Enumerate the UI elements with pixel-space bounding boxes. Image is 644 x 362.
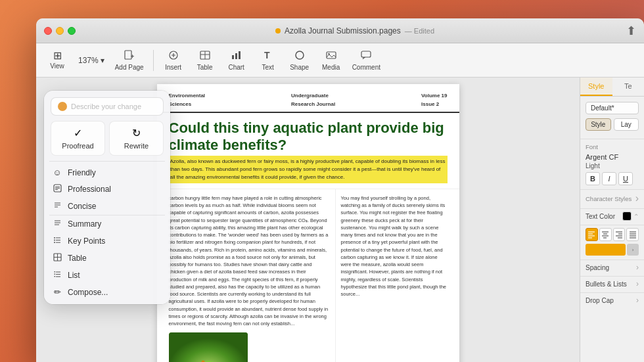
- professional-label: Professional: [68, 185, 111, 194]
- toolbar-insert[interactable]: Insert: [159, 46, 188, 75]
- ai-menu-professional[interactable]: Professional: [44, 181, 170, 198]
- toolbar-text[interactable]: T Text: [254, 46, 283, 75]
- ai-input-field[interactable]: Describe your change: [51, 97, 164, 116]
- keypoints-label: Key Points: [68, 237, 105, 246]
- chart-icon: [231, 50, 242, 62]
- ai-menu-compose[interactable]: ✏ Compose...: [44, 284, 170, 300]
- doc-header: Environmental Sciences Undergraduate Res…: [157, 84, 459, 113]
- align-justify-button[interactable]: [626, 228, 639, 241]
- toolbar-shape[interactable]: Shape: [285, 46, 314, 75]
- shape-label: Shape: [290, 64, 309, 71]
- ai-menu-friendly[interactable]: ☺ Friendly: [44, 164, 170, 181]
- align-right-button[interactable]: [613, 228, 626, 241]
- share-icon[interactable]: ⬆: [626, 24, 636, 38]
- main-area: Environmental Sciences Undergraduate Res…: [36, 78, 644, 362]
- media-label: Media: [322, 64, 340, 71]
- doc-columns: carbon hungry little fern may have playe…: [157, 189, 459, 362]
- professional-icon: [52, 184, 62, 194]
- rewrite-button[interactable]: ↻ Rewrite: [109, 121, 164, 156]
- rp-tc-swatch: ⌃: [622, 212, 639, 221]
- rp-dropcap-header[interactable]: Drop Cap ›: [586, 296, 639, 305]
- svg-rect-9: [235, 53, 237, 59]
- doc-highlighted-para[interactable]: Azolla, also known as duckweed fern or f…: [169, 156, 448, 183]
- italic-button[interactable]: I: [602, 172, 616, 185]
- left-col-text: carbon hungry little fern may have playe…: [169, 194, 330, 328]
- friendly-icon: ☺: [52, 168, 62, 177]
- toolbar-table[interactable]: Table: [191, 46, 219, 75]
- doc-header-vol: Volume 19: [421, 92, 447, 99]
- maximize-button[interactable]: [68, 27, 76, 35]
- svg-rect-10: [239, 51, 241, 59]
- rp-text-color[interactable]: Text Color ⌃: [580, 212, 644, 225]
- text-label: Text: [262, 64, 273, 71]
- friendly-label: Friendly: [68, 168, 96, 177]
- rp-font-section: Font Argent CF Light B I U: [580, 143, 644, 190]
- ai-menu-table[interactable]: Table: [44, 250, 170, 267]
- rp-text-color-label: Text Color: [586, 213, 615, 220]
- rp-bullets-label: Bullets & Lists: [586, 281, 627, 288]
- proofread-button[interactable]: ✓ Proofread: [51, 121, 105, 156]
- doc-header-journal: Research Journal: [291, 101, 335, 108]
- rp-dropcap-section[interactable]: Drop Cap ›: [580, 296, 644, 309]
- comment-icon: [360, 50, 372, 62]
- table-ai-icon: [52, 253, 62, 263]
- shape-icon: [294, 50, 306, 62]
- underline-button[interactable]: U: [618, 172, 633, 185]
- toolbar-zoom[interactable]: 137% ▾: [74, 53, 108, 68]
- title-bar: Azolla Journal Submission.pages — Edited…: [36, 18, 644, 43]
- rp-default-style[interactable]: Default*: [586, 102, 639, 114]
- rp-font-name[interactable]: Argent CF: [586, 153, 639, 161]
- color-bar-orange[interactable]: [586, 244, 626, 256]
- svg-rect-15: [361, 51, 371, 57]
- bullets-chevron: ›: [636, 279, 639, 288]
- rp-spacing-label: Spacing: [586, 264, 609, 271]
- insert-icon: [168, 50, 179, 62]
- document-area[interactable]: Environmental Sciences Undergraduate Res…: [36, 78, 580, 362]
- tab-style[interactable]: Style: [580, 78, 612, 96]
- ai-input-icon: [58, 102, 67, 111]
- toolbar-chart[interactable]: Chart: [222, 46, 251, 75]
- rp-font-weight[interactable]: Light: [586, 162, 639, 170]
- rp-style-btn[interactable]: Style: [586, 118, 611, 131]
- rp-char-styles[interactable]: Character Styles ›: [580, 192, 644, 209]
- doc-header-env: Environmental: [169, 92, 206, 99]
- list-label: List: [68, 271, 80, 280]
- compose-icon: ✏: [52, 287, 62, 297]
- rp-bullets-header[interactable]: Bullets & Lists ›: [586, 279, 639, 288]
- list-icon: [52, 270, 62, 281]
- minimize-button[interactable]: [56, 27, 64, 35]
- align-center-button[interactable]: [599, 228, 612, 241]
- ai-menu-summary[interactable]: Summary: [44, 215, 170, 233]
- doc-header-col3: Volume 19 Issue 2: [421, 92, 447, 108]
- rp-spacing-section[interactable]: Spacing ›: [580, 263, 644, 277]
- toolbar: ⊞ View 137% ▾ + Add Page Insert Table: [36, 43, 644, 78]
- ai-menu-keypoints[interactable]: Key Points: [44, 233, 170, 250]
- close-button[interactable]: [44, 27, 52, 35]
- proofread-icon: ✓: [74, 127, 82, 139]
- rp-spacing-header[interactable]: Spacing ›: [586, 263, 639, 272]
- summary-label: Summary: [68, 219, 101, 229]
- right-col-text: You may find yourself strolling by a pon…: [341, 194, 448, 298]
- insert-label: Insert: [165, 64, 181, 71]
- ai-menu-concise[interactable]: Concise: [44, 198, 170, 215]
- color-bar-expand[interactable]: ›: [627, 244, 639, 256]
- rp-layout-btn[interactable]: Lay: [614, 118, 639, 131]
- color-swatch-black[interactable]: [622, 212, 632, 221]
- toolbar-comment[interactable]: Comment: [348, 46, 384, 75]
- doc-main-title[interactable]: Could this tiny aquatic plant provide bi…: [169, 120, 448, 153]
- tab-text[interactable]: Te: [612, 78, 645, 96]
- view-icon: ⊞: [53, 51, 62, 61]
- toolbar-view[interactable]: ⊞ View: [43, 46, 72, 75]
- align-left-button[interactable]: [586, 228, 598, 241]
- svg-point-40: [54, 240, 55, 241]
- svg-rect-50: [54, 274, 55, 275]
- rp-bullets-section[interactable]: Bullets & Lists ›: [580, 279, 644, 293]
- ai-menu-list[interactable]: List: [44, 267, 170, 284]
- toolbar-addpage[interactable]: + Add Page: [111, 46, 148, 75]
- svg-point-12: [296, 51, 304, 59]
- toolbar-media[interactable]: Media: [317, 46, 346, 75]
- doc-header-ug: Undergraduate: [291, 92, 335, 99]
- concise-icon: [52, 201, 62, 212]
- bold-button[interactable]: B: [586, 172, 600, 185]
- text-toolbar-icon: T: [262, 50, 274, 62]
